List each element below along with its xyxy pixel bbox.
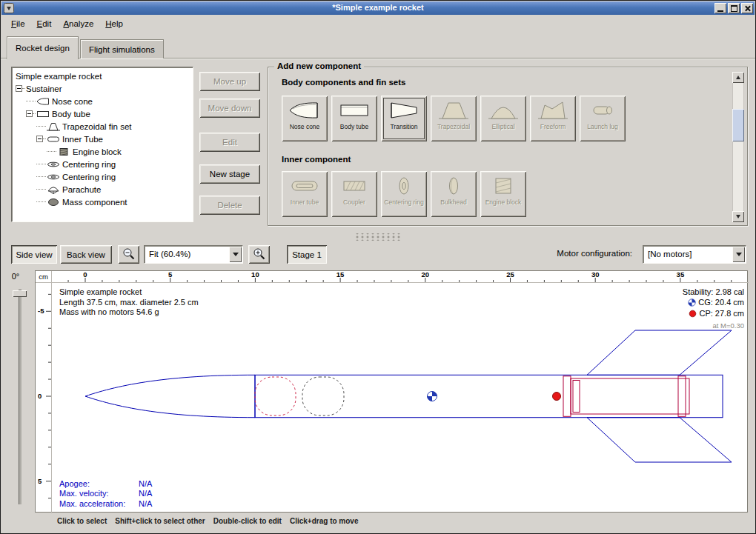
parachute-shape[interactable] [255, 377, 296, 415]
menu-analyze[interactable]: Analyze [57, 17, 99, 30]
mach-text: at M=0.30 [683, 321, 744, 331]
titlebar[interactable]: *Simple example rocket [1, 1, 755, 15]
mass-component-shape[interactable] [302, 377, 344, 415]
stage-1-toggle[interactable]: Stage 1 [287, 245, 327, 264]
close-button[interactable] [741, 3, 753, 13]
add-nose-cone-button[interactable]: Nose cone [282, 96, 328, 141]
scroll-up-button[interactable] [732, 72, 744, 83]
tree-line [36, 201, 46, 202]
new-stage-button[interactable]: New stage [199, 164, 260, 184]
add-centering-ring-button: Centering ring [381, 171, 427, 217]
maximize-icon [731, 5, 737, 12]
palette-button-label: Engine block [484, 199, 523, 206]
svg-text:0: 0 [83, 271, 87, 278]
tree-expander-icon[interactable] [16, 85, 22, 92]
tree-item-mass-component[interactable]: Mass component [13, 196, 193, 208]
side-view-button[interactable]: Side view [11, 245, 57, 264]
svg-text:-5: -5 [38, 307, 44, 315]
tree-item-sustainer[interactable]: Sustainer [13, 82, 193, 95]
maximize-button[interactable] [728, 3, 740, 13]
centering-ring-front-shape[interactable] [563, 376, 571, 417]
flight-info-value: N/A [139, 499, 152, 508]
svg-text:35: 35 [677, 271, 685, 278]
engineblock-icon [487, 175, 520, 197]
dropdown-arrow-icon[interactable] [732, 247, 745, 262]
tree-line [36, 164, 46, 164]
svg-text:0: 0 [38, 392, 42, 400]
body-tube-shape[interactable] [255, 375, 723, 417]
centeringring-icon [388, 175, 420, 197]
minimize-button[interactable] [714, 3, 726, 13]
ruler-unit-label: cm [36, 271, 52, 283]
zoom-in-button[interactable] [248, 245, 270, 264]
tree-line [43, 138, 46, 139]
palette-button-label: Centering ring [382, 199, 425, 206]
menu-help[interactable]: Help [99, 17, 129, 30]
cg-marker [428, 392, 437, 401]
zoom-out-button[interactable] [118, 245, 139, 264]
palette-button-label: Nose cone [288, 124, 322, 130]
palette-scrollbar[interactable] [732, 72, 744, 222]
move-down-button: Move down [199, 99, 260, 118]
tab-rocket-design[interactable]: Rocket design [7, 36, 79, 59]
tab-bar: Rocket design Flight simulations [7, 36, 164, 59]
rocket-view-panel: 0° cm 05101520253035 -505 [1, 267, 755, 513]
fin-top-shape[interactable] [587, 330, 732, 375]
add-transition-button[interactable]: Transition [381, 96, 427, 141]
palette-button-label: Elliptical [490, 124, 516, 130]
rocket-canvas[interactable]: Simple example rocket Length 37.5 cm, ma… [52, 283, 749, 513]
rocket-mass-text: Mass with no motors 54.6 g [59, 307, 199, 318]
tree-item-centering-ring[interactable]: Centering ring [13, 170, 193, 183]
fin-bottom-shape[interactable] [587, 418, 732, 462]
motor-configuration-select[interactable]: [No motors] [643, 245, 746, 264]
flight-info-label: Max. acceleration: [59, 499, 139, 510]
tree-expander-icon[interactable] [36, 136, 43, 142]
back-view-button[interactable]: Back view [60, 245, 112, 264]
inner-tube-shape[interactable] [571, 378, 689, 414]
cg-text: CG: 20.4 cm [698, 298, 744, 307]
dropdown-arrow-icon[interactable] [229, 247, 242, 262]
nose-cone-shape[interactable] [85, 375, 255, 417]
rotation-slider-handle[interactable] [13, 290, 27, 297]
add-body-tube-button[interactable]: Body tube [331, 96, 377, 141]
arrow-down-icon [736, 215, 740, 218]
tree-item-simple-example-rocket[interactable]: Simple example rocket [13, 70, 193, 82]
tree-item-parachute[interactable]: Parachute [13, 183, 193, 196]
rocket-drawing[interactable] [52, 283, 749, 513]
tree-item-trapezoidal-fin-set[interactable]: Trapezoidal fin set [13, 120, 193, 133]
add-elliptical-button: Elliptical [480, 96, 526, 141]
centeringring-icon [47, 173, 60, 181]
window-controls [714, 3, 753, 13]
flight-info-label: Max. velocity: [59, 489, 139, 499]
tree-item-inner-tube[interactable]: Inner Tube [13, 133, 193, 145]
tab-flight-simulations[interactable]: Flight simulations [80, 39, 164, 59]
tree-line [36, 189, 46, 190]
freeform-icon [537, 99, 569, 121]
splitter-handle[interactable] [1, 232, 755, 242]
centering-ring-rear-shape[interactable] [678, 376, 686, 417]
add-inner-tube-button: Inner tube [282, 171, 328, 217]
svg-text:30: 30 [591, 271, 600, 278]
engine-block-shape[interactable] [573, 381, 580, 413]
scroll-down-button[interactable] [732, 211, 744, 222]
tree-expander-icon[interactable] [26, 110, 33, 117]
tree-line [47, 151, 56, 152]
tree-item-label: Engine block [73, 147, 122, 156]
scrollbar-thumb[interactable] [732, 109, 744, 141]
tree-item-centering-ring[interactable]: Centering ring [13, 158, 193, 170]
component-tree[interactable]: Simple example rocketSustainerNose coneB… [11, 67, 193, 222]
horizontal-ruler: 05101520253035 [52, 271, 749, 283]
zoom-select[interactable]: Fit (60.4%) [144, 245, 243, 264]
menu-edit[interactable]: Edit [31, 17, 58, 30]
parachute-icon [47, 185, 60, 194]
tree-item-engine-block[interactable]: Engine block [13, 145, 193, 158]
tree-item-nose-cone[interactable]: Nose cone [13, 95, 193, 107]
rotation-angle-label: 0° [1, 272, 30, 281]
add-component-group: Add new component Body components and fi… [268, 67, 748, 226]
tree-item-body-tube[interactable]: Body tube [13, 107, 193, 120]
rotation-slider-track[interactable] [19, 290, 21, 504]
menu-file[interactable]: File [5, 17, 31, 30]
palette-button-label: Launch lug [586, 124, 620, 130]
flight-info-label: Apogee: [59, 479, 139, 490]
window-title: *Simple example rocket [1, 3, 755, 12]
